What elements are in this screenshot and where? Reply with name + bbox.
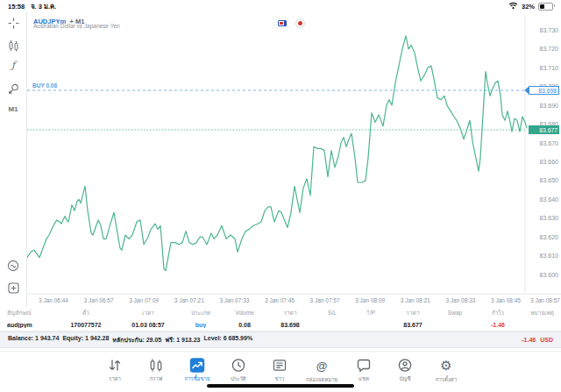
y-axis-tick: 83.720 [540, 46, 559, 52]
nav-item-quotes[interactable]: ราคา [100, 358, 130, 392]
chart-toolbar: ƒ M1 [0, 12, 26, 307]
indicator-function-icon[interactable]: ƒ [0, 61, 26, 70]
symbol-wave-icon[interactable] [0, 260, 26, 272]
nav-item-label: การซื้อขาย [185, 374, 210, 383]
column-header: ตั๋ว [56, 309, 116, 317]
buy-position-tag[interactable]: BUY 0.08 [31, 82, 59, 89]
jpy-flag-icon [295, 18, 305, 28]
column-header: Volume [221, 310, 268, 316]
y-axis-tick: 83.640 [540, 196, 559, 203]
column-header: เวลา [116, 309, 181, 317]
x-axis-tick: 3 Jan 06:57 [84, 297, 114, 303]
currency-flags [278, 18, 305, 28]
timeframe-button[interactable]: M1 [0, 105, 26, 113]
y-axis-tick: 83.620 [540, 234, 559, 240]
account-metrics: Balance: 1 943.74Equity: 1 942.28หลักประ… [8, 335, 252, 345]
news-icon [272, 358, 288, 373]
account-summary-bar[interactable]: Balance: 1 943.74Equity: 1 942.28หลักประ… [0, 331, 561, 348]
quotes-arrows-icon [107, 358, 123, 373]
chart-type-candles-icon[interactable] [0, 39, 26, 52]
aud-flag-icon [278, 20, 287, 26]
column-header: Swap [437, 310, 473, 316]
x-axis-tick: 3 Jan 07:09 [129, 297, 159, 303]
y-axis-tick: 83.610 [540, 253, 559, 259]
nav-item-label: กล่องจดหมาย [306, 375, 337, 384]
nav-item-settings[interactable]: ⚙การตั้งค่า [431, 358, 461, 392]
price-line-series [27, 36, 527, 271]
cell: -1.46 [473, 322, 522, 328]
status-bar: 15:58 จ. 3 ม.ค. 32% [0, 0, 561, 12]
account-person-icon [397, 358, 413, 373]
positions-table-header: สัญลักษณ์ตั๋วเวลาประเภทVolumeราคาS/LT/Pร… [0, 307, 561, 318]
profit-value: -1.46 [522, 337, 536, 343]
history-clock-icon [231, 358, 246, 373]
floating-profit: -1.46 USD [522, 337, 553, 343]
positions-table: สัญลักษณ์ตั๋วเวลาประเภทVolumeราคาS/LT/Pร… [0, 307, 561, 331]
column-header: S/L [312, 310, 352, 316]
chat-bubble-icon [356, 358, 372, 373]
account-metric: ฟรี: 1 913.23 [165, 335, 200, 345]
settings-gear-icon: ⚙ [440, 358, 451, 374]
column-header: ราคา [389, 309, 437, 317]
price-chart[interactable]: 83.73083.72083.71083.70083.69083.68083.6… [26, 12, 561, 307]
chart-canvas[interactable]: 83.73083.72083.71083.70083.69083.68083.6… [27, 12, 561, 307]
cell: 0.08 [221, 322, 268, 328]
column-header: T/P [352, 310, 389, 316]
x-axis-tick: 3 Jan 06:44 [39, 297, 68, 303]
symbol-description: Australian Dollar vs Japanese Yen [33, 23, 120, 29]
cell: audjpym [7, 322, 56, 328]
y-axis-tick: 83.630 [540, 215, 559, 221]
status-date: จ. 3 ม.ค. [31, 1, 56, 11]
nav-item-charts[interactable]: กราฟ [141, 358, 171, 392]
clock-time: 15:58 [8, 3, 25, 11]
nav-item-label: แชท [359, 374, 369, 383]
x-axis-tick: 3 Jan 08:45 [491, 297, 521, 303]
x-axis-tick: 3 Jan 08:57 [530, 297, 560, 303]
x-axis-tick: 3 Jan 07:21 [174, 297, 204, 303]
nav-item-label: การตั้งค่า [436, 375, 457, 384]
y-axis-tick: 83.660 [540, 159, 559, 165]
cell: buy [181, 322, 221, 328]
y-axis-tick: 83.710 [540, 65, 559, 71]
account-metric: หลักประกัน: 29.05 [112, 335, 161, 345]
trade-icon [189, 358, 205, 373]
battery-percent: 32% [522, 3, 535, 11]
nav-item-label: ข่าว [275, 374, 285, 383]
x-axis-tick: 3 Jan 08:21 [401, 297, 430, 303]
y-axis-tick: 83.600 [540, 272, 559, 278]
account-metric: Equity: 1 942.28 [62, 335, 109, 345]
column-header: สัญลักษณ์ [7, 309, 56, 317]
nav-item-accounts[interactable]: บัญชี [390, 358, 420, 392]
nav-item-label: ประวัติ [231, 374, 246, 383]
battery-icon [538, 3, 553, 11]
x-axis-tick: 3 Jan 08:09 [355, 297, 385, 303]
crosshair-icon[interactable] [0, 18, 26, 29]
y-axis-tick: 83.670 [540, 140, 559, 146]
home-indicator[interactable] [207, 384, 354, 388]
column-header: ราคา [268, 309, 312, 317]
x-axis-tick: 3 Jan 07:33 [219, 297, 249, 303]
mailbox-at-icon: @ [316, 358, 328, 374]
cell: 01.03 08:57 [116, 322, 181, 328]
y-axis-tick: 83.650 [540, 177, 559, 183]
y-axis-tick: 83.690 [540, 103, 559, 109]
column-header: ประเภท [181, 309, 221, 317]
add-chart-icon[interactable] [0, 282, 26, 294]
y-axis-tick: 83.730 [540, 27, 559, 33]
account-metric: Level: 6 685.99% [203, 335, 252, 345]
x-axis-tick: 3 Jan 07:57 [310, 297, 340, 303]
nav-item-label: บัญชี [400, 374, 411, 383]
column-header: หมายเหตุ [522, 309, 554, 317]
cell: 83.698 [268, 322, 312, 328]
buy-price-label: 83.698 [529, 86, 559, 95]
wifi-icon [508, 2, 518, 11]
x-axis-tick: 3 Jan 08:33 [445, 297, 475, 303]
profit-currency: USD [540, 337, 553, 343]
cell: 83.677 [389, 322, 437, 328]
column-header: กำไร [473, 309, 522, 317]
position-row[interactable]: audjpym17007757201.03 08:57buy0.0883.698… [0, 318, 561, 331]
x-axis-tick: 3 Jan 07:45 [265, 297, 295, 303]
nav-item-label: กราฟ [150, 374, 162, 383]
objects-icon[interactable] [0, 83, 26, 95]
account-metric: Balance: 1 943.74 [8, 335, 59, 345]
